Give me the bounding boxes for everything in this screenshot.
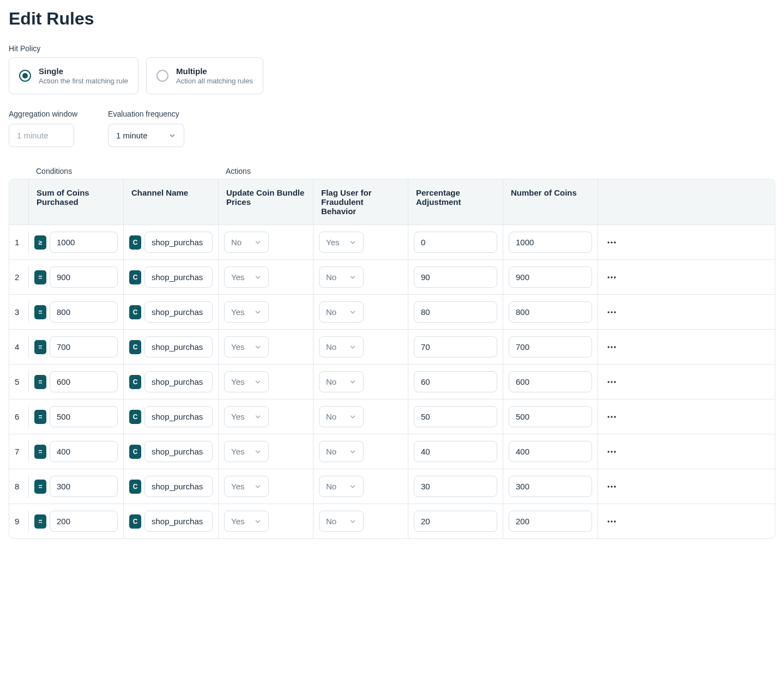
update-prices-select[interactable]: Yes <box>224 301 269 323</box>
aggregation-window-input[interactable] <box>9 124 74 147</box>
number-of-coins-input[interactable]: 400 <box>509 441 592 462</box>
flag-user-select[interactable]: No <box>319 266 364 288</box>
hit-policy-multiple[interactable]: Multiple Action all matching rules <box>146 57 263 94</box>
update-prices-select[interactable]: Yes <box>224 441 269 462</box>
col-percentage-adjustment: Percentage Adjustment <box>408 179 503 225</box>
row-actions-button[interactable] <box>603 269 620 286</box>
percentage-adjustment-input[interactable]: 90 <box>414 266 497 288</box>
channel-name-input[interactable]: shop_purchas <box>144 371 213 392</box>
svg-point-22 <box>611 486 612 487</box>
sum-of-coins-input[interactable]: 800 <box>50 301 118 323</box>
channel-name-input[interactable]: shop_purchas <box>144 511 213 532</box>
select-value: Yes <box>231 307 244 317</box>
number-of-coins-input[interactable]: 200 <box>509 511 592 532</box>
sum-of-coins-input[interactable]: 900 <box>50 266 118 288</box>
flag-user-select[interactable]: No <box>319 336 364 357</box>
operator-badge[interactable]: = <box>34 340 46 354</box>
update-prices-select[interactable]: Yes <box>224 511 269 532</box>
hit-policy-group: Single Action the first matching rule Mu… <box>9 57 775 94</box>
row-actions-button[interactable] <box>603 234 620 251</box>
operator-badge[interactable]: = <box>34 445 46 459</box>
flag-user-select[interactable]: No <box>319 511 364 532</box>
radio-icon <box>19 70 31 82</box>
operator-badge[interactable]: = <box>34 514 46 529</box>
channel-name-input[interactable]: shop_purchas <box>144 232 213 253</box>
percentage-adjustment-input[interactable]: 40 <box>414 441 497 462</box>
sum-of-coins-input[interactable]: 1000 <box>50 232 118 253</box>
sum-of-coins-input[interactable]: 400 <box>50 441 118 462</box>
operator-badge[interactable]: ≥ <box>34 235 46 250</box>
percentage-adjustment-input[interactable]: 50 <box>414 406 497 427</box>
row-actions-button[interactable] <box>603 478 620 495</box>
operator-badge[interactable]: = <box>34 480 46 494</box>
update-prices-select[interactable]: Yes <box>224 266 269 288</box>
number-of-coins-input[interactable]: 500 <box>509 406 592 427</box>
row-number: 7 <box>15 447 19 456</box>
operator-badge[interactable]: C <box>129 235 141 250</box>
row-actions-button[interactable] <box>603 338 620 356</box>
channel-name-input[interactable]: shop_purchas <box>144 441 213 462</box>
operator-badge[interactable]: = <box>34 305 46 319</box>
percentage-adjustment-input[interactable]: 0 <box>414 232 497 253</box>
sum-of-coins-input[interactable]: 300 <box>50 476 118 497</box>
flag-user-select[interactable]: No <box>319 371 364 392</box>
sum-of-coins-input[interactable]: 500 <box>50 406 118 427</box>
number-of-coins-input[interactable]: 900 <box>509 266 592 288</box>
operator-badge[interactable]: C <box>129 410 141 424</box>
number-of-coins-input[interactable]: 800 <box>509 301 592 323</box>
hit-policy-single[interactable]: Single Action the first matching rule <box>9 57 138 94</box>
percentage-adjustment-input[interactable]: 30 <box>414 476 497 497</box>
operator-badge[interactable]: C <box>129 270 141 284</box>
update-prices-select[interactable]: No <box>224 232 269 253</box>
flag-user-select[interactable]: No <box>319 441 364 462</box>
channel-name-input[interactable]: shop_purchas <box>144 406 213 427</box>
row-actions-button[interactable] <box>603 408 620 426</box>
flag-user-select[interactable]: Yes <box>319 232 364 253</box>
row-actions-button[interactable] <box>603 513 620 530</box>
evaluation-frequency-select[interactable]: 1 minute <box>108 124 184 147</box>
flag-user-select[interactable]: No <box>319 406 364 427</box>
select-value: No <box>326 447 336 456</box>
operator-badge[interactable]: C <box>129 445 141 459</box>
channel-name-input[interactable]: shop_purchas <box>144 336 213 357</box>
percentage-adjustment-input[interactable]: 70 <box>414 336 497 357</box>
number-of-coins-input[interactable]: 600 <box>509 371 592 392</box>
sum-of-coins-input[interactable]: 700 <box>50 336 118 357</box>
operator-badge[interactable]: = <box>34 270 46 284</box>
flag-user-select[interactable]: No <box>319 301 364 323</box>
update-prices-select[interactable]: Yes <box>224 476 269 497</box>
operator-badge[interactable]: C <box>129 305 141 319</box>
percentage-adjustment-input[interactable]: 80 <box>414 301 497 323</box>
number-of-coins-input[interactable]: 300 <box>509 476 592 497</box>
percentage-adjustment-input[interactable]: 60 <box>414 371 497 392</box>
channel-name-input[interactable]: shop_purchas <box>144 476 213 497</box>
chevron-down-icon <box>349 308 357 316</box>
flag-user-select[interactable]: No <box>319 476 364 497</box>
row-number: 4 <box>15 342 19 351</box>
update-prices-select[interactable]: Yes <box>224 406 269 427</box>
percentage-adjustment-input[interactable]: 20 <box>414 511 497 532</box>
more-horizontal-icon <box>606 411 617 422</box>
operator-badge[interactable]: = <box>34 375 46 389</box>
sum-of-coins-input[interactable]: 600 <box>50 371 118 392</box>
operator-badge[interactable]: C <box>129 375 141 389</box>
update-prices-select[interactable]: Yes <box>224 371 269 392</box>
channel-name-input[interactable]: shop_purchas <box>144 266 213 288</box>
operator-badge[interactable]: C <box>129 514 141 529</box>
channel-name-input[interactable]: shop_purchas <box>144 301 213 323</box>
row-actions-button[interactable] <box>603 373 620 391</box>
number-of-coins-input[interactable]: 1000 <box>509 232 592 253</box>
operator-badge[interactable]: C <box>129 480 141 494</box>
row-number: 9 <box>15 517 19 526</box>
operator-badge[interactable]: C <box>129 340 141 354</box>
conditions-group-header: Conditions <box>36 167 226 175</box>
row-actions-button[interactable] <box>603 304 620 321</box>
more-horizontal-icon <box>606 377 617 387</box>
number-of-coins-input[interactable]: 700 <box>509 336 592 357</box>
svg-point-2 <box>614 241 616 243</box>
row-actions-button[interactable] <box>603 443 620 460</box>
update-prices-select[interactable]: Yes <box>224 336 269 357</box>
operator-badge[interactable]: = <box>34 410 46 424</box>
sum-of-coins-input[interactable]: 200 <box>50 511 118 532</box>
svg-point-20 <box>614 451 616 452</box>
